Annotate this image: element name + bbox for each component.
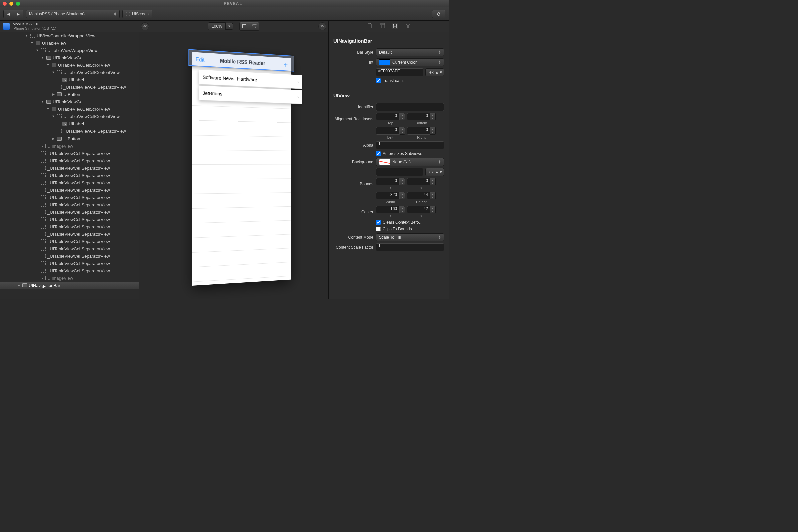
tree-row[interactable]: ▼UITableViewCellScrollView	[0, 61, 139, 69]
tree-row[interactable]: _UITableViewCellSeparatorView	[0, 164, 139, 172]
disclosure-icon[interactable]: ▼	[25, 34, 29, 37]
background-hex-input[interactable]	[376, 168, 423, 176]
tree-row[interactable]: ▶UIButton	[0, 135, 139, 142]
target-selector[interactable]: MobiusRSS (iPhone Simulator) ▲▼	[26, 10, 120, 18]
disclosure-icon[interactable]: ▶	[51, 137, 55, 140]
inspector-panel[interactable]: UINavigationBar Bar Style Default▲▼ Tint…	[328, 32, 449, 299]
disclosure-icon[interactable]: ▼	[46, 63, 50, 67]
bounds-x-input[interactable]: 0	[376, 178, 399, 185]
tree-row[interactable]: _UITableViewCellSeparatorView	[0, 215, 139, 223]
disclosure-icon[interactable]: ▼	[51, 115, 55, 118]
zoom-dropdown-button[interactable]: ▼	[226, 23, 233, 30]
tree-row[interactable]: _UITableViewCellSeparatorView	[0, 208, 139, 215]
tree-row[interactable]: ▼UITableView	[0, 39, 139, 47]
tree-row[interactable]: AUILabel	[0, 120, 139, 128]
zoom-value[interactable]: 100%	[208, 22, 226, 31]
hex-format-button[interactable]: Hex▲▼	[425, 168, 444, 176]
tree-row[interactable]: _UITableViewCellSeparatorView	[0, 252, 139, 260]
translucent-checkbox[interactable]: Translucent	[376, 78, 403, 83]
tint-dropdown[interactable]: Current Color▲▼	[376, 58, 444, 66]
stepper[interactable]: ▲▼	[399, 192, 405, 199]
disclosure-icon[interactable]: ▼	[41, 100, 45, 103]
breadcrumb-item[interactable]: UIScreen	[122, 10, 152, 18]
stepper[interactable]: ▲▼	[399, 113, 405, 120]
close-window-button[interactable]	[3, 2, 7, 6]
autoresizes-checkbox[interactable]: Autoresizes Subviews	[376, 151, 422, 156]
disclosure-icon[interactable]: ▼	[30, 41, 34, 45]
inset-top-input[interactable]: 0	[376, 113, 399, 120]
background-dropdown[interactable]: None (Nil)▲▼	[376, 158, 444, 166]
stepper[interactable]: ▲▼	[399, 206, 405, 213]
inset-left-input[interactable]: 0	[376, 127, 399, 134]
tree-row-selected[interactable]: ▶UINavigationBar	[0, 282, 139, 289]
content-mode-dropdown[interactable]: Scale To Fill▲▼	[376, 233, 444, 241]
identifier-input[interactable]	[376, 103, 444, 111]
tree-row[interactable]: _UITableViewCellSeparatorView	[0, 223, 139, 230]
tree-row[interactable]: ▼UITableViewWrapperView	[0, 47, 139, 54]
stepper[interactable]: ▲▼	[399, 178, 405, 185]
collapse-left-button[interactable]: ≪	[141, 22, 149, 31]
tree-row[interactable]: ▼UITableViewCell	[0, 54, 139, 61]
inset-bottom-input[interactable]: 0	[407, 113, 430, 120]
view-3d-button[interactable]	[249, 22, 259, 31]
disclosure-icon[interactable]: ▼	[41, 56, 45, 59]
nav-forward-button[interactable]: ▶	[13, 10, 23, 18]
tree-row[interactable]: _UITableViewCellSeparatorView	[0, 128, 139, 135]
bar-style-dropdown[interactable]: Default▲▼	[376, 49, 444, 56]
tree-row[interactable]: _UITableViewCellSeparatorView	[0, 179, 139, 186]
stepper[interactable]: ▲▼	[399, 127, 405, 134]
clips-to-bounds-checkbox[interactable]: Clips To Bounds	[376, 227, 412, 231]
disclosure-icon[interactable]: ▶	[51, 93, 55, 96]
tree-row[interactable]: _UITableViewCellSeparatorView	[0, 186, 139, 194]
disclosure-icon[interactable]: ▼	[35, 49, 39, 52]
disclosure-icon[interactable]: ▼	[51, 71, 55, 74]
tree-row[interactable]: _UITableViewCellSeparatorView	[0, 260, 139, 267]
view-hierarchy-sidebar[interactable]: ▼UIViewControllerWrapperView ▼UITableVie…	[0, 32, 139, 299]
tree-row[interactable]: AUILabel	[0, 76, 139, 83]
tree-row[interactable]: _UITableViewCellSeparatorView	[0, 230, 139, 238]
bounds-y-input[interactable]: 0	[407, 178, 430, 185]
bounds-width-input[interactable]: 320	[376, 192, 399, 199]
tree-row[interactable]: _UITableViewCellSeparatorView	[0, 150, 139, 157]
tab-layout[interactable]	[379, 23, 386, 30]
tab-attributes[interactable]	[392, 23, 399, 30]
center-x-input[interactable]: 160	[376, 206, 399, 213]
tree-row[interactable]: _UITableViewCellSeparatorView	[0, 238, 139, 245]
tab-layers[interactable]	[404, 23, 411, 30]
disclosure-icon[interactable]: ▶	[17, 284, 21, 287]
tree-row[interactable]: UIImageView	[0, 274, 139, 282]
tree-row[interactable]: ▼UITableViewCellScrollView	[0, 106, 139, 113]
tree-row[interactable]: ▼UIViewControllerWrapperView	[0, 32, 139, 39]
zoom-window-button[interactable]	[16, 2, 20, 6]
tree-row[interactable]: _UITableViewCellSeparatorView	[0, 83, 139, 91]
canvas-viewport[interactable]: Edit Mobile RSS Reader + Software News: …	[139, 32, 328, 299]
bounds-height-input[interactable]: 44	[407, 192, 430, 199]
center-y-input[interactable]: 42	[407, 206, 430, 213]
stepper[interactable]: ▲▼	[430, 127, 436, 134]
nav-back-button[interactable]: ◀	[3, 10, 13, 18]
alpha-input[interactable]: 1	[376, 141, 444, 149]
collapse-right-button[interactable]: ≫	[318, 22, 326, 31]
clears-context-checkbox[interactable]: Clears Context Befo…	[376, 220, 422, 225]
tree-row[interactable]: ▼UITableViewCellContentView	[0, 113, 139, 120]
minimize-window-button[interactable]	[10, 2, 13, 6]
stepper[interactable]: ▲▼	[430, 113, 436, 120]
tree-row[interactable]: _UITableViewCellSeparatorView	[0, 172, 139, 179]
tree-row[interactable]: ▼UITableViewCellContentView	[0, 69, 139, 76]
stepper[interactable]: ▲▼	[430, 178, 436, 185]
tree-row[interactable]: ▼UITableViewCell	[0, 98, 139, 106]
view-2d-button[interactable]	[239, 22, 249, 31]
tree-row[interactable]: _UITableViewCellSeparatorView	[0, 157, 139, 164]
content-scale-input[interactable]: 1	[376, 243, 444, 251]
tree-row[interactable]: _UITableViewCellSeparatorView	[0, 194, 139, 201]
refresh-button[interactable]	[432, 10, 445, 18]
tree-row[interactable]: _UITableViewCellSeparatorView	[0, 201, 139, 208]
tree-row[interactable]: ▶UIButton	[0, 91, 139, 98]
disclosure-icon[interactable]: ▼	[46, 108, 50, 111]
tree-row[interactable]: _UITableViewCellSeparatorView	[0, 267, 139, 274]
inset-right-input[interactable]: 0	[407, 127, 430, 134]
tree-row[interactable]: _UITableViewCellSeparatorView	[0, 245, 139, 252]
hex-format-button[interactable]: Hex▲▼	[425, 69, 444, 76]
tree-row[interactable]: UIImageView	[0, 142, 139, 150]
stepper[interactable]: ▲▼	[430, 206, 436, 213]
